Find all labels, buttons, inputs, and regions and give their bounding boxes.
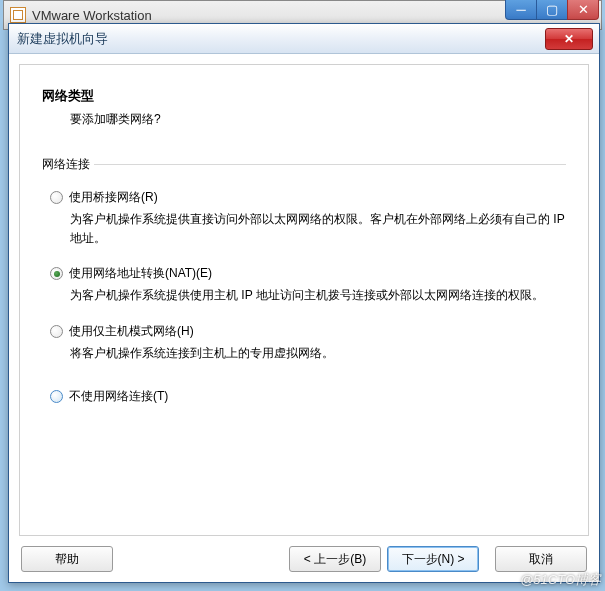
close-icon: ✕ xyxy=(564,32,574,46)
button-row: 帮助 < 上一步(B) 下一步(N) > 取消 xyxy=(19,536,589,572)
group-label: 网络连接 xyxy=(42,156,566,173)
back-button[interactable]: < 上一步(B) xyxy=(289,546,381,572)
radio-icon xyxy=(50,390,63,403)
radio-option-hostonly[interactable]: 使用仅主机模式网络(H) 将客户机操作系统连接到主机上的专用虚拟网络。 xyxy=(50,323,566,363)
vmware-icon xyxy=(10,7,26,23)
wizard-dialog: 新建虚拟机向导 ✕ 网络类型 要添加哪类网络? 网络连接 使用桥接网络(R) 为… xyxy=(8,23,600,583)
dialog-title: 新建虚拟机向导 xyxy=(17,30,108,48)
dialog-titlebar[interactable]: 新建虚拟机向导 ✕ xyxy=(9,24,599,54)
radio-label: 使用网络地址转换(NAT)(E) xyxy=(69,265,212,282)
radio-icon xyxy=(50,191,63,204)
radio-label: 不使用网络连接(T) xyxy=(69,388,168,405)
parent-window-title: VMware Workstation xyxy=(32,8,152,23)
help-button[interactable]: 帮助 xyxy=(21,546,113,572)
radio-label: 使用桥接网络(R) xyxy=(69,189,158,206)
radio-icon xyxy=(50,325,63,338)
close-button[interactable]: ✕ xyxy=(545,28,593,50)
radio-option-bridged[interactable]: 使用桥接网络(R) 为客户机操作系统提供直接访问外部以太网网络的权限。客户机在外… xyxy=(50,189,566,247)
wizard-header: 网络类型 要添加哪类网络? xyxy=(42,81,566,148)
radio-description: 将客户机操作系统连接到主机上的专用虚拟网络。 xyxy=(70,344,566,363)
dialog-body: 网络类型 要添加哪类网络? 网络连接 使用桥接网络(R) 为客户机操作系统提供直… xyxy=(9,54,599,582)
content-frame: 网络类型 要添加哪类网络? 网络连接 使用桥接网络(R) 为客户机操作系统提供直… xyxy=(19,64,589,536)
radio-description: 为客户机操作系统提供直接访问外部以太网网络的权限。客户机在外部网络上必须有自己的… xyxy=(70,210,566,247)
radio-icon xyxy=(50,267,63,280)
next-button[interactable]: 下一步(N) > xyxy=(387,546,479,572)
parent-close-button[interactable]: ✕ xyxy=(567,0,599,20)
radio-description: 为客户机操作系统提供使用主机 IP 地址访问主机拨号连接或外部以太网网络连接的权… xyxy=(70,286,566,305)
radio-option-nat[interactable]: 使用网络地址转换(NAT)(E) 为客户机操作系统提供使用主机 IP 地址访问主… xyxy=(50,265,566,305)
radio-option-none[interactable]: 不使用网络连接(T) xyxy=(50,388,566,405)
parent-window-controls: ─ ▢ ✕ xyxy=(506,0,599,20)
page-subtitle: 要添加哪类网络? xyxy=(42,111,566,128)
parent-maximize-button[interactable]: ▢ xyxy=(536,0,568,20)
cancel-button[interactable]: 取消 xyxy=(495,546,587,572)
radio-label: 使用仅主机模式网络(H) xyxy=(69,323,194,340)
watermark: @51CTO博客 xyxy=(520,571,601,589)
page-title: 网络类型 xyxy=(42,87,566,105)
parent-minimize-button[interactable]: ─ xyxy=(505,0,537,20)
